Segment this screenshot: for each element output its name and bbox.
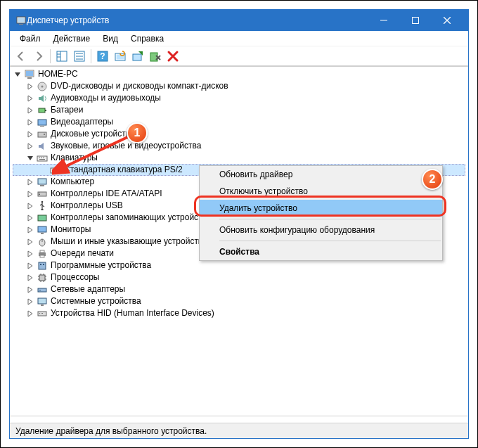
svg-rect-55: [40, 250, 44, 252]
ctx-update-driver[interactable]: Обновить драйвер: [200, 166, 442, 183]
expand-icon[interactable]: [25, 117, 35, 127]
nav-back-button[interactable]: [13, 48, 30, 65]
cpu-icon: [37, 272, 48, 283]
tree-node-network[interactable]: Сетевые адаптеры: [13, 283, 465, 295]
svg-rect-50: [38, 226, 46, 232]
svg-rect-4: [412, 18, 418, 24]
display-adapter-icon: [37, 117, 48, 128]
svg-rect-27: [45, 110, 46, 111]
annotation-badge-1: 1: [127, 122, 148, 143]
maximize-button[interactable]: [399, 10, 431, 31]
svg-rect-46: [39, 194, 40, 195]
ctx-uninstall-device[interactable]: Удалить устройство: [200, 200, 442, 217]
svg-rect-76: [42, 313, 43, 314]
ctx-disable-device[interactable]: Отключить устройство: [200, 183, 442, 200]
svg-rect-2: [18, 18, 25, 23]
expand-icon[interactable]: [25, 82, 35, 91]
expand-icon[interactable]: [25, 285, 35, 295]
menu-view[interactable]: Вид: [97, 32, 124, 45]
update-driver-button[interactable]: [129, 48, 146, 65]
tree-node-hid[interactable]: Устройства HID (Human Interface Devices): [13, 307, 465, 319]
ctx-properties[interactable]: Свойства: [200, 243, 442, 260]
svg-rect-74: [39, 313, 40, 314]
expand-icon[interactable]: [25, 297, 35, 307]
svg-rect-71: [38, 298, 46, 304]
minimize-button[interactable]: [368, 10, 399, 31]
properties-button[interactable]: [71, 48, 88, 65]
svg-rect-42: [38, 179, 46, 184]
svg-rect-22: [26, 71, 33, 76]
speaker-icon: [37, 141, 48, 152]
node-label: HOME-PC: [38, 68, 78, 80]
audio-icon: [37, 93, 48, 104]
svg-rect-49: [38, 215, 46, 221]
expand-icon[interactable]: [25, 94, 35, 103]
svg-point-31: [44, 134, 45, 135]
ctx-refresh-config[interactable]: Обновить конфигурацию оборудования: [200, 222, 442, 238]
scan-button[interactable]: [112, 48, 129, 65]
svg-rect-33: [39, 158, 40, 158]
svg-rect-51: [41, 233, 44, 234]
menu-file[interactable]: Файл: [14, 32, 46, 45]
ctx-separator: [219, 241, 441, 241]
tree-node-cpu[interactable]: Процессоры: [13, 271, 465, 283]
usb-icon: [37, 200, 48, 212]
tree-node-sound[interactable]: Звуковые, игровые и видеоустройства: [13, 140, 465, 152]
show-hide-tree-button[interactable]: [53, 48, 70, 65]
computer-icon: [37, 177, 48, 188]
tree-node-dvd[interactable]: DVD-дисководы и дисководы компакт-дисков: [13, 80, 465, 92]
svg-rect-29: [40, 126, 44, 127]
expand-icon[interactable]: [25, 309, 35, 319]
disc-icon: [37, 81, 48, 92]
expand-icon[interactable]: [25, 225, 35, 235]
svg-rect-36: [39, 159, 45, 160]
device-tree[interactable]: HOME-PC DVD-дисководы и дисководы компак…: [10, 66, 468, 416]
expand-icon[interactable]: [25, 201, 35, 211]
expand-icon[interactable]: [25, 141, 35, 151]
svg-rect-1: [19, 24, 23, 25]
tree-node-system[interactable]: Системные устройства: [13, 295, 465, 307]
svg-rect-45: [39, 193, 40, 193]
tree-root[interactable]: HOME-PC: [13, 68, 465, 80]
expand-icon[interactable]: [25, 177, 35, 187]
svg-rect-60: [39, 275, 45, 281]
menu-action[interactable]: Действие: [48, 32, 96, 45]
tree-node-software[interactable]: Программные устройства: [13, 260, 465, 271]
tree-node-audio[interactable]: Аудиовходы и аудиовыходы: [13, 92, 465, 104]
expand-icon[interactable]: [25, 273, 35, 283]
keyboard-icon: [50, 165, 61, 176]
expand-icon[interactable]: [25, 189, 35, 199]
svg-point-47: [41, 200, 44, 203]
disable-device-button[interactable]: [147, 48, 164, 65]
expand-icon[interactable]: [25, 105, 35, 115]
svg-rect-19: [133, 54, 141, 60]
expand-icon[interactable]: [25, 237, 35, 247]
help-button[interactable]: ?: [94, 48, 111, 65]
collapse-icon[interactable]: [25, 153, 35, 163]
tree-node-keyboards[interactable]: Клавиатуры: [13, 152, 465, 164]
expander-icon[interactable]: [13, 70, 22, 79]
expand-icon[interactable]: [25, 129, 35, 139]
tree-node-battery[interactable]: Батареи: [13, 104, 465, 116]
svg-rect-38: [52, 169, 53, 170]
tree-node-video[interactable]: Видеоадаптеры: [13, 116, 465, 128]
svg-point-25: [41, 85, 44, 87]
toolbar: ?: [10, 46, 468, 66]
nav-forward-button[interactable]: [30, 48, 47, 65]
menu-help[interactable]: Справка: [125, 32, 169, 45]
disk-icon: [37, 129, 48, 140]
svg-rect-7: [57, 51, 67, 61]
svg-rect-23: [27, 77, 32, 79]
svg-rect-69: [38, 288, 46, 292]
svg-rect-72: [41, 305, 44, 306]
svg-rect-41: [53, 171, 58, 172]
tree-node-disk[interactable]: Дисковые устройства: [13, 128, 465, 140]
uninstall-device-button[interactable]: [164, 48, 181, 65]
expand-icon[interactable]: [25, 261, 35, 271]
expand-icon[interactable]: [25, 249, 35, 259]
svg-rect-39: [54, 169, 56, 170]
expand-icon[interactable]: [25, 213, 35, 223]
svg-rect-58: [40, 264, 41, 265]
mouse-icon: [37, 236, 48, 248]
close-button[interactable]: [431, 10, 463, 31]
